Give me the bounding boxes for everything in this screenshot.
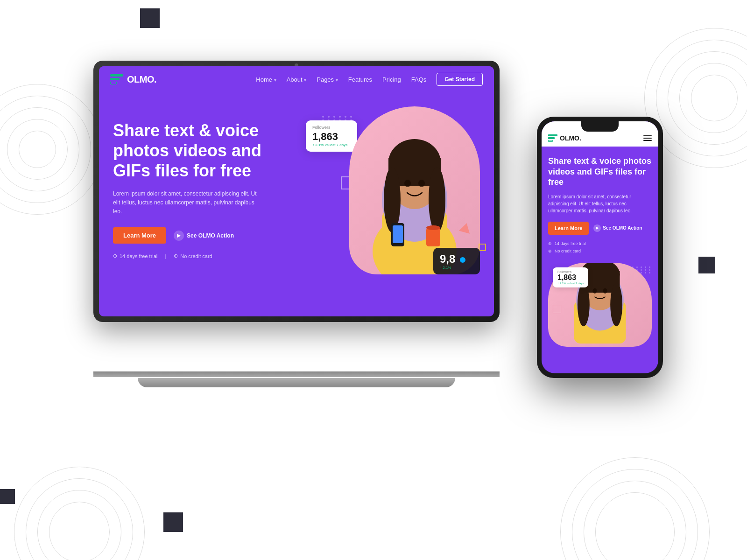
laptop-logo-icon: [110, 74, 123, 84]
laptop-hero-text: Share text & voice photos videos and GIF…: [113, 111, 292, 259]
laptop-hero-image-area: Followers 1,863 ↑ 2.1% vs last 7 days: [301, 111, 480, 288]
phone-hero-desc: Lorem ipsum dolor sit amet, consectetur …: [548, 193, 652, 214]
followers-change: ↑ 2.1% vs last 7 days: [312, 143, 351, 147]
hamburger-menu-button[interactable]: [643, 135, 652, 141]
bg-square-bl: [0, 489, 15, 504]
stats-change: ↑ 2.1%: [440, 266, 473, 270]
nav-item-cta[interactable]: Get Started: [437, 73, 483, 86]
svg-point-19: [578, 283, 590, 326]
phone-followers-count: 1,863: [557, 273, 584, 282]
svg-point-21: [592, 288, 597, 293]
phone-followers-card: Followers 1,863 ↑ 2.1% vs last 7 days: [553, 267, 588, 287]
laptop-foot: [138, 378, 455, 387]
svg-point-8: [404, 180, 411, 187]
phone-logo-text: OLMO.: [560, 134, 581, 142]
laptop-hero-title: Share text & voice photos videos and GIF…: [113, 120, 292, 181]
nav-link-pricing[interactable]: Pricing: [382, 76, 401, 83]
phone-screen: OLMO. Share text & voice photos videos a…: [542, 121, 658, 373]
laptop: OLMO. Home ▾ About ▾: [93, 61, 500, 387]
nav-item-about[interactable]: About ▾: [287, 75, 307, 84]
play-icon: ▶: [174, 231, 184, 241]
nav-dropdown-about: ▾: [304, 77, 306, 83]
svg-rect-10: [426, 228, 440, 246]
nav-link-features[interactable]: Features: [348, 76, 372, 83]
phone: OLMO. Share text & voice photos videos a…: [537, 117, 663, 378]
phone-hero: Share text & voice photos videos and GIF…: [542, 147, 658, 263]
phone-hero-actions: Learn More ▶ See OLMO Action: [548, 222, 652, 235]
followers-label: Followers: [312, 125, 351, 130]
laptop-nav-links: Home ▾ About ▾ Pages: [256, 73, 483, 86]
nav-link-pages[interactable]: Pages ▾: [317, 76, 338, 83]
phone-meta-trial: ⊕ 14 days free trial: [548, 241, 652, 246]
nav-link-faqs[interactable]: FAQs: [411, 76, 427, 83]
nav-dropdown-pages: ▾: [336, 77, 338, 83]
stats-num: 9,8: [440, 252, 473, 266]
phone-notch: [581, 121, 619, 132]
laptop-meta-card: ⊕ No credit card: [174, 253, 212, 259]
phone-learn-more-button[interactable]: Learn More: [548, 222, 589, 235]
nav-link-about[interactable]: About ▾: [287, 76, 307, 83]
meta-divider: |: [165, 253, 166, 259]
deco-dots: [322, 116, 354, 125]
stats-indicator: [460, 257, 465, 263]
laptop-stats-card: 9,8 ↑ 2.1%: [433, 248, 480, 274]
laptop-meta-trial: ⊕ 14 days free trial: [113, 253, 157, 259]
phone-shield-icon: ⊕: [548, 241, 552, 246]
svg-point-6: [384, 167, 401, 232]
laptop-followers-card: Followers 1,863 ↑ 2.1% vs last 7 days: [306, 120, 357, 152]
nav-item-features[interactable]: Features: [348, 75, 372, 84]
scene: OLMO. Home ▾ About ▾: [70, 23, 677, 537]
bg-square-tr: [698, 257, 715, 273]
phone-logo-area: OLMO.: [548, 134, 581, 142]
nav-dropdown-home: ▾: [274, 77, 276, 83]
phone-followers-change: ↑ 2.1% vs last 7 days: [557, 282, 584, 285]
phone-image-area: Followers 1,863 ↑ 2.1% vs last 7 days: [542, 263, 658, 347]
svg-point-22: [603, 288, 607, 293]
creditcard-icon: ⊕: [174, 253, 178, 259]
laptop-logo-text: OLMO.: [127, 74, 156, 85]
svg-rect-13: [393, 225, 403, 243]
laptop-hero: Share text & voice photos videos and GIF…: [99, 92, 494, 315]
laptop-learn-more-button[interactable]: Learn More: [113, 227, 166, 244]
laptop-navbar: OLMO. Home ▾ About ▾: [99, 66, 494, 92]
laptop-hero-desc: Lorem ipsum dolor sit amet, consectetur …: [113, 189, 262, 217]
nav-item-faqs[interactable]: FAQs: [411, 75, 427, 84]
phone-hero-title: Share text & voice photos videos and GIF…: [548, 156, 652, 188]
nav-item-home[interactable]: Home ▾: [256, 75, 276, 84]
svg-point-20: [610, 283, 622, 326]
laptop-cta-button[interactable]: Get Started: [437, 73, 483, 86]
laptop-hero-meta: ⊕ 14 days free trial | ⊕ No credit card: [113, 253, 292, 259]
laptop-screen: OLMO. Home ▾ About ▾: [99, 66, 494, 316]
svg-point-7: [429, 167, 445, 232]
followers-count: 1,863: [312, 131, 351, 143]
phone-hero-meta: ⊕ 14 days free trial ⊕ No credit card: [548, 241, 652, 253]
phone-followers-label: Followers: [557, 270, 584, 273]
deco-square: [479, 244, 486, 251]
laptop-logo-area: OLMO.: [110, 74, 156, 85]
phone-creditcard-icon: ⊕: [548, 249, 552, 253]
phone-olmo-action-button[interactable]: ▶ See OLMO Action: [593, 224, 642, 232]
svg-point-9: [418, 180, 425, 187]
nav-link-home[interactable]: Home ▾: [256, 76, 276, 83]
svg-point-11: [426, 225, 440, 230]
phone-logo-icon: [548, 134, 557, 142]
laptop-body: OLMO. Home ▾ About ▾: [93, 61, 500, 322]
phone-deco-rect: [553, 305, 561, 313]
shield-icon: ⊕: [113, 253, 117, 259]
phone-meta-card: ⊕ No credit card: [548, 249, 652, 253]
nav-item-pages[interactable]: Pages ▾: [317, 75, 338, 84]
phone-play-icon: ▶: [593, 224, 601, 232]
laptop-olmo-action-button[interactable]: ▶ See OLMO Action: [174, 231, 234, 241]
laptop-hinge: [93, 371, 500, 377]
laptop-hero-actions: Learn More ▶ See OLMO Action: [113, 227, 292, 244]
nav-item-pricing[interactable]: Pricing: [382, 75, 401, 84]
